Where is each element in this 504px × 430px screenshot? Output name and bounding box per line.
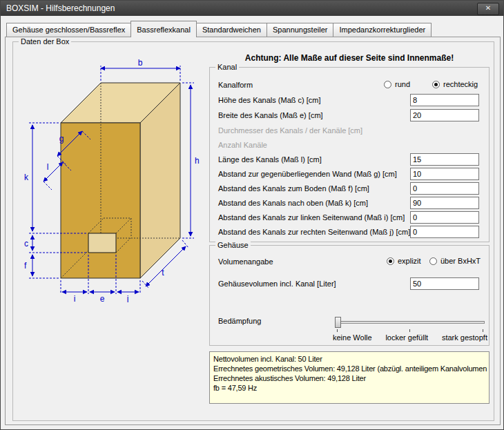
result-nettovolumen: Nettovolumen incl. Kanal: 50 Liter <box>213 354 485 364</box>
laenge-kanal-input[interactable] <box>410 153 479 166</box>
breite-kanal-input[interactable] <box>410 109 479 121</box>
dim-label-h: h <box>195 156 200 166</box>
bedaempfung-slider: keine Wolle locker gefüllt stark gestopf… <box>333 315 487 345</box>
volumenangabe-label: Volumenangabe <box>218 257 273 266</box>
volumenangabe-row: Volumenangabe explizit über BxHxT <box>218 255 479 269</box>
hoehe-kanal-input[interactable] <box>410 94 479 106</box>
volumen-input[interactable] <box>410 277 479 290</box>
close-button[interactable]: ✕ <box>477 3 499 15</box>
gehaeuse-group-label: Gehäuse <box>215 241 251 250</box>
volumen-label: Gehäusevolumen incl. Kanal [Liter] <box>218 280 336 288</box>
volumen-row: Gehäusevolumen incl. Kanal [Liter] <box>218 277 479 291</box>
box-diagram: b h k c f g l i e j t <box>23 57 206 302</box>
port-opening <box>88 233 116 253</box>
result-akustisches-volumen: Errechnetes akustisches Volumen: 49,128 … <box>213 373 485 383</box>
hoehe-kanal-row: Höhe des Kanals (Maß c) [cm] <box>218 94 479 108</box>
anzahl-kanaele-label: Anzahl Kanäle <box>218 141 267 149</box>
abstand-rechts-label: Abstand des Kanals zur rechten Seitenwan… <box>218 228 410 236</box>
breite-kanal-label: Breite des Kanals (Maß e) [cm] <box>218 111 323 119</box>
slider-tick-left <box>337 329 338 332</box>
dim-label-l: l <box>47 162 49 172</box>
slider-label-stark-gestopft: stark gestopft <box>442 333 487 342</box>
kanal-group: Kanal Kanalform rund rechteckig Höhe des… <box>209 67 490 242</box>
radio-rechteckig-circle <box>432 81 440 88</box>
daten-der-box-group: Daten der Box <box>12 41 494 421</box>
dim-label-g: g <box>59 134 64 144</box>
abstand-wand-row: Abstand zur gegenüberliegenden Wand (Maß… <box>218 168 479 182</box>
dim-label-k: k <box>24 173 29 182</box>
dim-label-c: c <box>24 239 28 248</box>
slider-tick-middle <box>409 329 410 332</box>
results-box: Nettovolumen incl. Kanal: 50 Liter Errec… <box>209 351 490 404</box>
dim-label-b: b <box>138 58 143 68</box>
abstand-links-row: Abstand des Kanals zur linken Seitenwand… <box>218 211 479 225</box>
result-fb: fb = 47,59 Hz <box>213 383 485 393</box>
daten-der-box-label: Daten der Box <box>19 37 71 46</box>
abstand-oben-input[interactable] <box>410 197 479 209</box>
abstand-wand-input[interactable] <box>410 168 479 180</box>
tab-impedanzkorrekturglieder[interactable]: Impedanzkorrekturglieder <box>333 23 432 37</box>
gehaeuse-group: Gehäuse Volumenangabe explizit über BxHx… <box>209 245 490 346</box>
dim-label-j: j <box>126 294 129 302</box>
abstand-wand-label: Abstand zur gegenüberliegenden Wand (Maß… <box>218 170 397 178</box>
slider-tick-right <box>483 329 483 332</box>
abstand-links-input[interactable] <box>410 211 479 224</box>
window-title: BOXSIM - Hilfsberechnungen <box>6 3 115 13</box>
durchmesser-label: Durchmesser des Kanals / der Kanäle [cm] <box>218 126 362 135</box>
dim-label-i: i <box>74 294 76 302</box>
radio-rechteckig-label: rechteckig <box>443 80 478 88</box>
application-window: BOXSIM - Hilfsberechnungen ✕ Gehäuse ges… <box>0 0 504 430</box>
tab-spannungsteiler[interactable]: Spannungsteiler <box>266 23 334 37</box>
radio-rund[interactable]: rund <box>384 80 410 88</box>
anzahl-kanaele-row: Anzahl Kanäle <box>218 139 479 153</box>
abstand-oben-label: Abstand des Kanals nach oben (Maß k) [cm… <box>218 199 368 207</box>
tab-bar: Gehäuse geschlossen/Bassreflex Bassrefle… <box>6 21 432 37</box>
hoehe-kanal-label: Höhe des Kanals (Maß c) [cm] <box>218 96 321 104</box>
abstand-rechts-input[interactable] <box>410 226 479 238</box>
radio-explizit-label: explizit <box>398 257 421 265</box>
durchmesser-row: Durchmesser des Kanals / der Kanäle [cm] <box>218 124 479 138</box>
dim-label-t: t <box>162 268 164 277</box>
slider-labels: keine Wolle locker gefüllt stark gestopf… <box>333 333 487 342</box>
radio-ueber-bxhxt-circle <box>429 257 437 265</box>
result-geometrisches-volumen: Errechnetes geometrisches Volumen: 49,12… <box>213 364 485 373</box>
laenge-kanal-row: Länge des Kanals (Maß l) [cm] <box>218 153 479 167</box>
titlebar[interactable]: BOXSIM - Hilfsberechnungen ✕ <box>1 1 503 16</box>
radio-rechteckig[interactable]: rechteckig <box>432 80 478 88</box>
bedaempfung-slider-track[interactable] <box>336 321 485 324</box>
laenge-kanal-label: Länge des Kanals (Maß l) [cm] <box>218 155 322 164</box>
box-front-face <box>61 123 140 278</box>
radio-ueber-bxhxt[interactable]: über BxHxT <box>429 257 481 265</box>
dim-label-e: e <box>100 294 105 302</box>
warning-text: Achtung: Alle Maße auf dieser Seite sind… <box>209 53 490 63</box>
bedaempfung-label: Bedämpfung <box>218 317 261 325</box>
dim-label-f: f <box>24 261 27 271</box>
radio-rund-label: rund <box>395 80 410 88</box>
slider-label-keine-wolle: keine Wolle <box>333 333 372 342</box>
radio-rund-circle <box>384 81 391 88</box>
abstand-links-label: Abstand des Kanals zur linken Seitenwand… <box>218 213 405 222</box>
tab-bassreflexkanal[interactable]: Bassreflexkanal <box>130 21 197 37</box>
slider-label-locker-gefuellt: locker gefüllt <box>385 333 428 342</box>
kanalform-label: Kanalform <box>218 81 253 89</box>
tab-gehaeuse-geschlossen-bassreflex[interactable]: Gehäuse geschlossen/Bassreflex <box>6 23 131 37</box>
tab-standardweichen[interactable]: Standardweichen <box>196 23 267 37</box>
radio-explizit-circle <box>387 257 394 265</box>
kanal-group-label: Kanal <box>215 63 239 72</box>
kanalform-row: Kanalform rund rechteckig <box>218 79 479 92</box>
radio-explizit[interactable]: explizit <box>387 257 421 265</box>
abstand-boden-input[interactable] <box>410 182 479 195</box>
abstand-boden-row: Abstand des Kanals zum Boden (Maß f) [cm… <box>218 182 479 196</box>
bedaempfung-slider-thumb[interactable] <box>335 317 341 328</box>
radio-ueber-bxhxt-label: über BxHxT <box>440 257 481 265</box>
breite-kanal-row: Breite des Kanals (Maß e) [cm] <box>218 109 479 123</box>
abstand-rechts-row: Abstand des Kanals zur rechten Seitenwan… <box>218 226 479 240</box>
abstand-oben-row: Abstand des Kanals nach oben (Maß k) [cm… <box>218 197 479 211</box>
abstand-boden-label: Abstand des Kanals zum Boden (Maß f) [cm… <box>218 184 369 193</box>
tab-panel: Daten der Box <box>5 37 501 425</box>
